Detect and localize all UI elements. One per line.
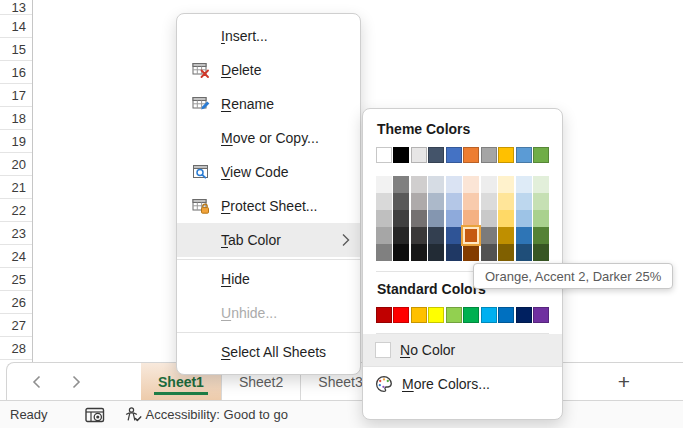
theme-variant-swatch[interactable]	[411, 193, 427, 210]
row-header[interactable]: 24	[0, 245, 32, 268]
theme-variant-swatch[interactable]	[446, 176, 462, 193]
theme-variant-swatch[interactable]	[463, 193, 479, 210]
theme-variant-swatch[interactable]	[428, 193, 444, 210]
row-header[interactable]: 16	[0, 61, 32, 84]
theme-variant-swatch[interactable]	[393, 193, 409, 210]
theme-variant-swatch[interactable]	[463, 176, 479, 193]
menu-item-delete[interactable]: Delete	[177, 53, 360, 87]
theme-color-swatch[interactable]	[516, 147, 532, 163]
more-colors-option[interactable]: More Colors...	[363, 367, 562, 401]
theme-variant-swatch[interactable]	[428, 244, 444, 261]
theme-variant-swatch[interactable]	[376, 176, 392, 193]
theme-variant-swatch[interactable]	[446, 193, 462, 210]
theme-variant-swatch[interactable]	[498, 210, 514, 227]
standard-color-swatch[interactable]	[411, 307, 427, 323]
theme-variant-swatch[interactable]	[393, 244, 409, 261]
theme-variant-swatch[interactable]	[533, 193, 549, 210]
theme-color-swatch[interactable]	[376, 147, 392, 163]
theme-variant-swatch[interactable]	[498, 176, 514, 193]
standard-color-swatch[interactable]	[498, 307, 514, 323]
theme-variant-swatch[interactable]	[516, 210, 532, 227]
row-header[interactable]: 14	[0, 15, 32, 38]
macro-record-button[interactable]	[85, 407, 105, 423]
standard-color-swatch[interactable]	[516, 307, 532, 323]
row-header[interactable]: 26	[0, 291, 32, 314]
row-header[interactable]: 20	[0, 153, 32, 176]
row-header[interactable]: 18	[0, 107, 32, 130]
theme-variant-swatch[interactable]	[411, 227, 427, 244]
theme-variant-swatch[interactable]	[498, 193, 514, 210]
theme-variant-swatch[interactable]	[463, 210, 479, 227]
row-header[interactable]: 19	[0, 130, 32, 153]
theme-variant-swatch[interactable]	[376, 227, 392, 244]
row-header[interactable]: 21	[0, 176, 32, 199]
standard-color-swatch[interactable]	[393, 307, 409, 323]
menu-item-select-all-sheets[interactable]: Select All Sheets	[177, 335, 360, 369]
accessibility-status[interactable]: Accessibility: Good to go	[124, 407, 288, 423]
theme-variant-swatch[interactable]	[411, 210, 427, 227]
menu-item-move-or-copy[interactable]: Move or Copy...	[177, 121, 360, 155]
theme-variant-swatch[interactable]	[481, 176, 497, 193]
no-color-option[interactable]: No Color	[363, 334, 562, 366]
menu-item-insert[interactable]: Insert...	[177, 19, 360, 53]
theme-variant-swatch[interactable]	[428, 210, 444, 227]
theme-variant-swatch[interactable]	[533, 176, 549, 193]
prev-sheet-button[interactable]	[27, 373, 45, 391]
theme-variant-swatch[interactable]	[446, 244, 462, 261]
theme-variant-swatch[interactable]	[516, 176, 532, 193]
theme-color-swatch[interactable]	[411, 147, 427, 163]
theme-variant-swatch[interactable]	[481, 227, 497, 244]
row-header[interactable]: 13	[0, 0, 32, 15]
menu-item-view-code[interactable]: View Code	[177, 155, 360, 189]
theme-variant-swatch[interactable]	[481, 210, 497, 227]
row-header[interactable]: 27	[0, 314, 32, 337]
theme-variant-swatch[interactable]	[376, 244, 392, 261]
theme-color-swatch[interactable]	[498, 147, 514, 163]
theme-variant-swatch[interactable]	[393, 176, 409, 193]
theme-color-swatch[interactable]	[428, 147, 444, 163]
theme-variant-swatch[interactable]	[376, 210, 392, 227]
standard-color-swatch[interactable]	[533, 307, 549, 323]
theme-variant-swatch[interactable]	[376, 193, 392, 210]
theme-variant-swatch[interactable]	[463, 244, 479, 261]
theme-variant-swatch[interactable]	[446, 210, 462, 227]
theme-color-swatch[interactable]	[446, 147, 462, 163]
add-sheet-button[interactable]: +	[608, 363, 640, 400]
theme-variant-swatch[interactable]	[411, 176, 427, 193]
menu-item-protect-sheet[interactable]: Protect Sheet...	[177, 189, 360, 223]
menu-item-hide[interactable]: Hide	[177, 262, 360, 296]
theme-color-swatch[interactable]	[463, 147, 479, 163]
theme-variant-swatch[interactable]	[498, 227, 514, 244]
standard-color-swatch[interactable]	[428, 307, 444, 323]
row-header[interactable]: 25	[0, 268, 32, 291]
theme-variant-swatch[interactable]	[463, 227, 479, 244]
row-header[interactable]: 15	[0, 38, 32, 61]
theme-variant-swatch[interactable]	[446, 227, 462, 244]
theme-variant-swatch[interactable]	[428, 227, 444, 244]
standard-color-swatch[interactable]	[446, 307, 462, 323]
menu-item-tab-color[interactable]: Tab Color	[177, 223, 360, 257]
theme-variant-swatch[interactable]	[428, 176, 444, 193]
theme-color-swatch[interactable]	[481, 147, 497, 163]
theme-color-swatch[interactable]	[393, 147, 409, 163]
theme-variant-swatch[interactable]	[498, 244, 514, 261]
theme-variant-swatch[interactable]	[516, 227, 532, 244]
theme-variant-swatch[interactable]	[481, 193, 497, 210]
next-sheet-button[interactable]	[67, 373, 85, 391]
row-header[interactable]: 17	[0, 84, 32, 107]
standard-color-swatch[interactable]	[481, 307, 497, 323]
row-header[interactable]: 23	[0, 222, 32, 245]
menu-item-rename[interactable]: Rename	[177, 87, 360, 121]
row-header[interactable]: 22	[0, 199, 32, 222]
theme-variant-swatch[interactable]	[533, 244, 549, 261]
theme-variant-swatch[interactable]	[393, 210, 409, 227]
row-header[interactable]: 28	[0, 337, 32, 360]
theme-variant-swatch[interactable]	[533, 210, 549, 227]
standard-color-swatch[interactable]	[463, 307, 479, 323]
theme-variant-swatch[interactable]	[481, 244, 497, 261]
theme-variant-swatch[interactable]	[516, 244, 532, 261]
theme-variant-swatch[interactable]	[516, 193, 532, 210]
theme-variant-swatch[interactable]	[393, 227, 409, 244]
theme-color-swatch[interactable]	[533, 147, 549, 163]
theme-variant-swatch[interactable]	[411, 244, 427, 261]
